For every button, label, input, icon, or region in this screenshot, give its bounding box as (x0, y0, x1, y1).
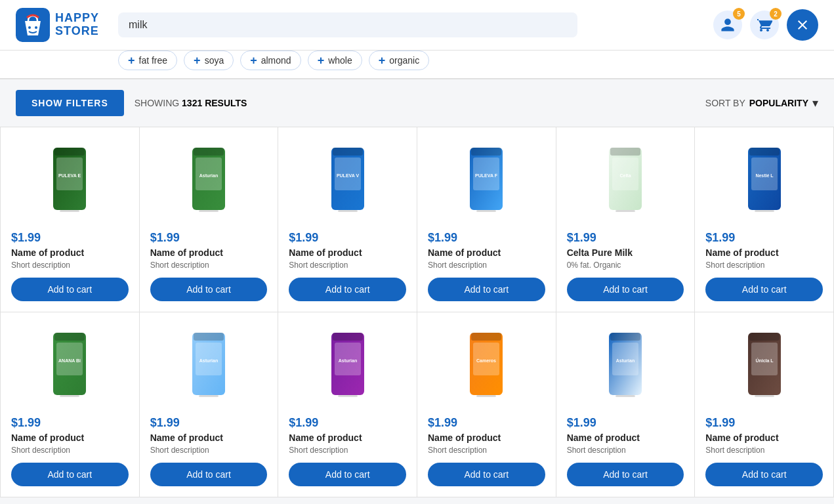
product-price: $1.99 (705, 231, 823, 245)
product-image: PULEVA E (47, 144, 93, 217)
svg-rect-31 (749, 148, 780, 156)
svg-rect-37 (60, 395, 79, 397)
product-price: $1.99 (428, 416, 545, 430)
product-name: Name of product (11, 432, 129, 443)
product-image-area: Nestlé L (705, 138, 823, 223)
product-price: $1.99 (150, 231, 268, 245)
product-name: Name of product (150, 247, 268, 258)
product-desc: Short description (150, 261, 268, 270)
product-image-area: Celta (567, 138, 684, 223)
search-bar (118, 12, 577, 37)
add-to-cart-button[interactable]: Add to cart (428, 278, 545, 301)
product-card: Nestlé L $1.99 Name of product Short des… (695, 127, 834, 312)
header-icons: 5 2 (713, 9, 818, 41)
close-button[interactable] (787, 9, 818, 41)
search-input[interactable] (129, 19, 567, 31)
product-desc: Short description (11, 446, 129, 455)
chip-fat-free[interactable]: + fat free (118, 51, 177, 70)
svg-text:Celta: Celta (619, 173, 631, 178)
chevron-down-icon: ▾ (812, 96, 818, 110)
svg-rect-6 (54, 148, 85, 156)
product-name: Name of product (428, 247, 545, 258)
cart-icon (757, 17, 772, 33)
product-image-area: Asturian (150, 323, 268, 408)
add-to-cart-button[interactable]: Add to cart (289, 278, 406, 301)
product-price: $1.99 (428, 231, 545, 245)
product-name: Name of product (705, 247, 823, 258)
svg-rect-52 (476, 395, 496, 397)
add-to-cart-button[interactable]: Add to cart (567, 278, 684, 301)
chip-soya-label: soya (205, 55, 224, 66)
svg-rect-42 (199, 395, 219, 397)
chip-whole[interactable]: + whole (308, 51, 362, 70)
product-card: Asturian $1.99 Name of product Short des… (140, 312, 279, 497)
product-image: Asturian (602, 329, 648, 402)
product-image: Asturian (186, 329, 232, 402)
svg-rect-41 (194, 333, 224, 341)
logo-text: HAPPY STORE (55, 12, 99, 38)
add-to-cart-button[interactable]: Add to cart (150, 278, 268, 301)
cart-badge: 2 (770, 8, 782, 20)
product-price: $1.99 (11, 416, 129, 430)
add-to-cart-button[interactable]: Add to cart (705, 278, 823, 301)
add-to-cart-button[interactable]: Add to cart (11, 463, 129, 486)
results-label: RESULTS (205, 98, 247, 108)
results-count: 1321 (182, 98, 202, 108)
svg-text:Asturian: Asturian (616, 358, 635, 363)
product-name: Name of product (567, 432, 684, 443)
add-to-cart-button[interactable]: Add to cart (567, 463, 684, 486)
product-card: PULEVA E $1.99 Name of product Short des… (1, 127, 140, 312)
product-price: $1.99 (150, 416, 268, 430)
logo: HAPPY STORE (16, 8, 108, 42)
svg-text:Asturian: Asturian (199, 173, 218, 178)
sort-by-label: SORT BY (705, 98, 745, 108)
product-name: Celta Pure Milk (567, 247, 684, 258)
svg-rect-11 (194, 148, 224, 156)
svg-rect-56 (610, 333, 640, 341)
add-to-cart-button[interactable]: Add to cart (150, 463, 268, 486)
svg-text:Asturian: Asturian (338, 358, 356, 363)
show-filters-button[interactable]: SHOW FILTERS (16, 90, 124, 116)
svg-rect-21 (471, 148, 501, 156)
chip-almond[interactable]: + almond (240, 51, 301, 70)
add-to-cart-button[interactable]: Add to cart (705, 463, 823, 486)
results-text: SHOWING 1321 RESULTS (135, 98, 247, 108)
svg-text:PULEVA E: PULEVA E (58, 173, 81, 178)
chip-almond-label: almond (261, 55, 291, 66)
product-card: Únicla L $1.99 Name of product Short des… (695, 312, 834, 497)
svg-rect-17 (338, 210, 358, 212)
svg-text:Nestlé L: Nestlé L (755, 173, 774, 178)
product-desc: Short description (289, 261, 406, 270)
product-card: Celta $1.99 Celta Pure Milk 0% fat. Orga… (556, 127, 696, 312)
close-icon (795, 17, 810, 33)
showing-label: SHOWING (135, 98, 179, 108)
logo-happy: HAPPY (55, 12, 99, 25)
svg-text:PULEVA F: PULEVA F (475, 173, 498, 178)
product-desc: Short description (705, 446, 823, 455)
product-card: Cameros $1.99 Name of product Short desc… (417, 312, 556, 497)
product-image-area: Cameros (428, 323, 545, 408)
svg-rect-16 (333, 148, 363, 156)
product-image-area: PULEVA F (428, 138, 545, 223)
product-image: Celta (602, 144, 648, 217)
product-image: PULEVA F (463, 144, 509, 217)
svg-text:ANANA Bi: ANANA Bi (58, 358, 81, 363)
svg-rect-61 (749, 333, 780, 341)
add-to-cart-button[interactable]: Add to cart (289, 463, 406, 486)
svg-rect-12 (199, 210, 219, 212)
toolbar: SHOW FILTERS SHOWING 1321 RESULTS SORT B… (0, 79, 834, 127)
product-image: Cameros (463, 329, 509, 402)
product-image: Nestlé L (741, 144, 787, 217)
cart-button[interactable]: 2 (750, 10, 779, 39)
chip-organic[interactable]: + organic (369, 51, 429, 70)
product-desc: 0% fat. Organic (567, 261, 684, 270)
user-button[interactable]: 5 (713, 10, 742, 39)
user-badge: 5 (733, 8, 745, 20)
add-to-cart-button[interactable]: Add to cart (428, 463, 545, 486)
chip-soya[interactable]: + soya (184, 51, 234, 70)
sort-selector[interactable]: SORT BY POPULARITY ▾ (705, 96, 818, 110)
add-to-cart-button[interactable]: Add to cart (11, 278, 129, 301)
logo-icon (16, 8, 50, 42)
product-name: Name of product (705, 432, 823, 443)
chip-whole-label: whole (328, 55, 352, 66)
